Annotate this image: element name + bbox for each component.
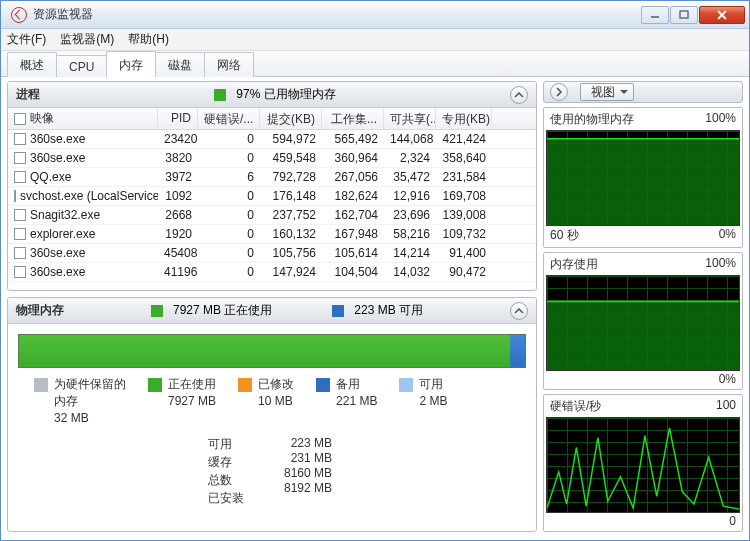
- inuse-label: 7927 MB 正在使用: [173, 302, 272, 319]
- cell-image: 360se.exe: [8, 131, 158, 147]
- chart-max: 100: [716, 398, 736, 415]
- close-button[interactable]: [699, 6, 745, 24]
- content: 进程 97% 已用物理内存 映像 PID 硬错误/... 提交(KB) 工作集.…: [1, 77, 749, 538]
- tab-network[interactable]: 网络: [204, 52, 254, 77]
- col-hardfaults[interactable]: 硬错误/...: [198, 108, 260, 129]
- cell-pid: 3972: [158, 169, 198, 185]
- memory-legend: 为硬件保留的内存32 MB 正在使用7927 MB 已修改10 MB 备用221…: [8, 372, 536, 430]
- legend-item: 为硬件保留的内存32 MB: [34, 376, 126, 426]
- legend-text: 正在使用7927 MB: [168, 376, 216, 410]
- cell-commit: 237,752: [260, 207, 322, 223]
- col-shareable[interactable]: 可共享(...: [384, 108, 436, 129]
- cell-shareable: 58,216: [384, 226, 436, 242]
- cell-private: 421,424: [436, 131, 492, 147]
- left-column: 进程 97% 已用物理内存 映像 PID 硬错误/... 提交(KB) 工作集.…: [7, 81, 537, 532]
- table-row[interactable]: explorer.exe 1920 0 160,132 167,948 58,2…: [8, 225, 536, 244]
- row-checkbox[interactable]: [14, 228, 26, 240]
- select-all-checkbox[interactable]: [14, 113, 26, 125]
- cell-hardfaults: 0: [198, 150, 260, 166]
- table-row[interactable]: 360se.exe 41196 0 147,924 104,504 14,032…: [8, 263, 536, 282]
- cell-image: 360se.exe: [8, 150, 158, 166]
- collapse-button-mem[interactable]: [510, 302, 528, 320]
- stat-value: 223 MB: [262, 436, 332, 450]
- col-workingset[interactable]: 工作集...: [322, 108, 384, 129]
- chart-max: 100%: [705, 111, 736, 128]
- row-checkbox[interactable]: [14, 152, 26, 164]
- view-dropdown[interactable]: 视图: [580, 83, 634, 101]
- col-commit[interactable]: 提交(KB): [260, 108, 322, 129]
- cell-shareable: 35,472: [384, 169, 436, 185]
- chart-plot: [546, 417, 740, 513]
- table-row[interactable]: Snagit32.exe 2668 0 237,752 162,704 23,6…: [8, 206, 536, 225]
- table-row[interactable]: QQ.exe 3972 6 792,728 267,056 35,472 231…: [8, 168, 536, 187]
- cell-image: explorer.exe: [8, 226, 158, 242]
- cell-hardfaults: 0: [198, 188, 260, 204]
- cell-workingset: 105,614: [322, 245, 384, 261]
- legend-text: 可用2 MB: [419, 376, 447, 410]
- chart-title: 内存使用: [550, 256, 598, 273]
- chart-xright: 0%: [719, 227, 736, 244]
- table-row[interactable]: svchost.exe (LocalService) 1092 0 176,14…: [8, 187, 536, 206]
- expand-right-button[interactable]: [550, 83, 568, 101]
- legend-item: 备用221 MB: [316, 376, 377, 426]
- menu-monitor[interactable]: 监视器(M): [60, 31, 114, 48]
- table-row[interactable]: 360se.exe 45408 0 105,756 105,614 14,214…: [8, 244, 536, 263]
- maximize-button[interactable]: [670, 6, 698, 24]
- tabs: 概述 CPU 内存 磁盘 网络: [1, 51, 749, 77]
- usage-chip: [214, 89, 226, 101]
- legend-item: 已修改10 MB: [238, 376, 294, 426]
- col-private[interactable]: 专用(KB): [436, 108, 492, 129]
- cell-pid: 3820: [158, 150, 198, 166]
- cell-private: 91,400: [436, 245, 492, 261]
- legend-item: 可用2 MB: [399, 376, 447, 426]
- cell-pid: 2668: [158, 207, 198, 223]
- tab-cpu[interactable]: CPU: [56, 55, 107, 77]
- memory-panel-header[interactable]: 物理内存 7927 MB 正在使用 223 MB 可用: [8, 298, 536, 324]
- legend-swatch: [399, 378, 413, 392]
- stat-key: 可用: [208, 436, 244, 453]
- cell-shareable: 14,032: [384, 264, 436, 280]
- col-image[interactable]: 映像: [8, 108, 158, 129]
- cell-shareable: 12,916: [384, 188, 436, 204]
- cell-image: 360se.exe: [8, 245, 158, 261]
- cell-image: QQ.exe: [8, 169, 158, 185]
- cell-commit: 792,728: [260, 169, 322, 185]
- legend-text: 为硬件保留的内存32 MB: [54, 376, 126, 426]
- col-pid[interactable]: PID: [158, 108, 198, 129]
- row-checkbox[interactable]: [14, 266, 26, 278]
- row-checkbox[interactable]: [14, 247, 26, 259]
- row-checkbox[interactable]: [14, 209, 26, 221]
- app-icon: [11, 7, 27, 23]
- cell-workingset: 360,964: [322, 150, 384, 166]
- tab-memory[interactable]: 内存: [106, 51, 156, 77]
- stat-key: 总数: [208, 472, 244, 489]
- stat-value: 231 MB: [262, 451, 332, 465]
- menu-help[interactable]: 帮助(H): [128, 31, 169, 48]
- avail-label: 223 MB 可用: [354, 302, 423, 319]
- row-checkbox[interactable]: [14, 133, 26, 145]
- cell-private: 358,640: [436, 150, 492, 166]
- tab-disk[interactable]: 磁盘: [155, 52, 205, 77]
- cell-pid: 1920: [158, 226, 198, 242]
- cell-workingset: 182,624: [322, 188, 384, 204]
- cell-image: Snagit32.exe: [8, 207, 158, 223]
- legend-swatch: [148, 378, 162, 392]
- tab-overview[interactable]: 概述: [7, 52, 57, 77]
- menu-file[interactable]: 文件(F): [7, 31, 46, 48]
- process-panel-title: 进程: [16, 86, 40, 103]
- collapse-button[interactable]: [510, 86, 528, 104]
- cell-private: 90,472: [436, 264, 492, 280]
- avail-chip: [332, 305, 344, 317]
- svg-rect-1: [680, 11, 688, 18]
- row-checkbox[interactable]: [14, 190, 16, 202]
- table-row[interactable]: 360se.exe 23420 0 594,972 565,492 144,06…: [8, 130, 536, 149]
- window-buttons: [641, 6, 745, 24]
- process-panel-header[interactable]: 进程 97% 已用物理内存: [8, 82, 536, 108]
- table-row[interactable]: 360se.exe 3820 0 459,548 360,964 2,324 3…: [8, 149, 536, 168]
- chart-xright: 0%: [719, 372, 736, 386]
- titlebar: 资源监视器: [1, 1, 749, 29]
- cell-hardfaults: 0: [198, 207, 260, 223]
- minimize-button[interactable]: [641, 6, 669, 24]
- row-checkbox[interactable]: [14, 171, 26, 183]
- cell-hardfaults: 6: [198, 169, 260, 185]
